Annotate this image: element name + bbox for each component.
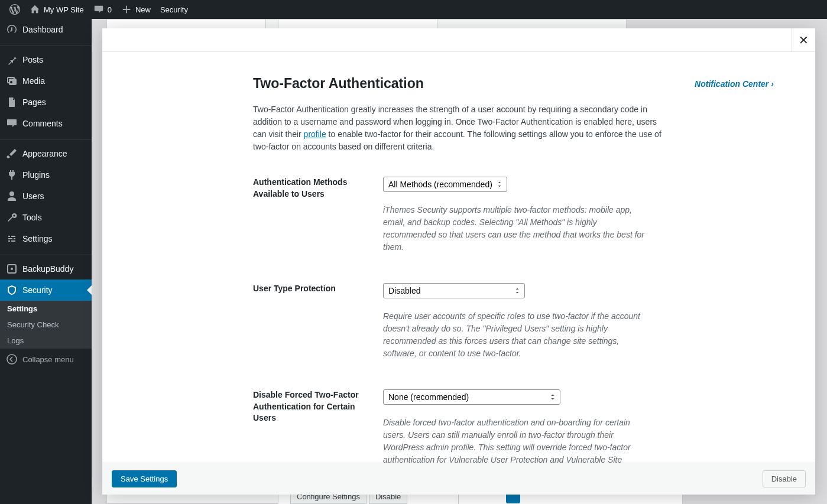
menu-label: Dashboard bbox=[22, 25, 63, 34]
modal-description: Two-Factor Authentication greatly increa… bbox=[253, 103, 667, 153]
submenu-logs[interactable]: Logs bbox=[0, 333, 92, 349]
collapse-label: Collapse menu bbox=[22, 355, 74, 364]
site-name: My WP Site bbox=[44, 5, 84, 14]
menu-dashboard[interactable]: Dashboard bbox=[0, 19, 92, 40]
wp-logo[interactable] bbox=[5, 0, 25, 19]
auth-methods-select[interactable]: All Methods (recommended) bbox=[383, 177, 507, 192]
form-table: Authentication Methods Available to User… bbox=[253, 177, 774, 463]
menu-plugins[interactable]: Plugins bbox=[0, 164, 92, 186]
close-button[interactable]: ✕ bbox=[792, 28, 815, 52]
menu-appearance[interactable]: Appearance bbox=[0, 143, 92, 164]
auth-methods-label: Authentication Methods Available to User… bbox=[253, 177, 383, 253]
pin-icon bbox=[6, 54, 18, 66]
modal-title-row: Two-Factor Authentication Notification C… bbox=[253, 76, 774, 92]
media-icon bbox=[6, 75, 18, 87]
menu-label: Plugins bbox=[22, 170, 50, 180]
collapse-menu[interactable]: Collapse menu bbox=[0, 349, 92, 370]
security-link[interactable]: Security bbox=[155, 0, 193, 19]
menu-backupbuddy[interactable]: BackupBuddy bbox=[0, 258, 92, 279]
save-settings-button[interactable]: Save Settings bbox=[112, 470, 177, 487]
menu-label: Users bbox=[22, 191, 44, 201]
comment-icon bbox=[93, 4, 104, 15]
menu-users[interactable]: Users bbox=[0, 186, 92, 207]
menu-settings[interactable]: Settings bbox=[0, 228, 92, 249]
notification-link-label: Notification Center bbox=[695, 79, 768, 89]
row-auth-methods: Authentication Methods Available to User… bbox=[253, 177, 774, 253]
row-disable-forced: Disable Forced Two-Factor Authentication… bbox=[253, 389, 774, 463]
tools-icon bbox=[6, 212, 18, 223]
modal-footer: Save Settings Disable bbox=[102, 463, 815, 495]
wordpress-icon bbox=[9, 4, 20, 15]
auth-methods-help: iThemes Security supports multiple two-f… bbox=[383, 204, 649, 253]
submenu-settings[interactable]: Settings bbox=[0, 301, 92, 317]
disable-forced-help: Disable forced two-factor authentication… bbox=[383, 417, 649, 463]
home-icon bbox=[30, 4, 40, 15]
admin-sidemenu: Dashboard Posts Media Pages Comments App… bbox=[0, 19, 92, 504]
svg-point-2 bbox=[7, 355, 17, 364]
user-type-label: User Type Protection bbox=[253, 283, 383, 360]
menu-label: Security bbox=[22, 285, 53, 295]
disable-forced-field: None (recommended) Disable forced two-fa… bbox=[383, 389, 649, 463]
menu-label: Comments bbox=[22, 119, 63, 128]
modal-title: Two-Factor Authentication bbox=[253, 76, 424, 92]
user-type-help: Require user accounts of specific roles … bbox=[383, 310, 649, 360]
menu-posts[interactable]: Posts bbox=[0, 49, 92, 70]
disable-forced-label: Disable Forced Two-Factor Authentication… bbox=[253, 389, 383, 463]
modal-header: ✕ bbox=[102, 28, 815, 52]
modal-body: Two-Factor Authentication Notification C… bbox=[102, 52, 815, 463]
dashboard-icon bbox=[6, 24, 18, 35]
menu-label: Tools bbox=[22, 213, 42, 222]
row-user-type: User Type Protection Disabled Require us… bbox=[253, 283, 774, 360]
site-home-link[interactable]: My WP Site bbox=[25, 0, 89, 19]
comments-link[interactable]: 0 bbox=[89, 0, 116, 19]
auth-methods-field: All Methods (recommended) iThemes Securi… bbox=[383, 177, 649, 253]
submenu-security: Settings Security Check Logs bbox=[0, 301, 92, 349]
plus-icon bbox=[121, 4, 132, 15]
plugin-icon bbox=[6, 169, 18, 181]
disable-forced-select[interactable]: None (recommended) bbox=[383, 389, 560, 405]
menu-security[interactable]: Security bbox=[0, 279, 92, 301]
comments-count: 0 bbox=[108, 5, 112, 14]
menu-label: BackupBuddy bbox=[22, 264, 73, 274]
settings-icon bbox=[6, 233, 18, 245]
profile-link[interactable]: profile bbox=[304, 129, 326, 139]
security-label: Security bbox=[160, 5, 188, 14]
menu-label: Appearance bbox=[22, 149, 67, 158]
brush-icon bbox=[6, 148, 18, 160]
svg-point-1 bbox=[11, 268, 13, 270]
menu-separator bbox=[0, 43, 92, 46]
submenu-security-check[interactable]: Security Check bbox=[0, 317, 92, 333]
menu-pages[interactable]: Pages bbox=[0, 92, 92, 113]
menu-separator bbox=[0, 137, 92, 140]
menu-tools[interactable]: Tools bbox=[0, 207, 92, 228]
user-type-field: Disabled Require user accounts of specif… bbox=[383, 283, 649, 360]
menu-media[interactable]: Media bbox=[0, 70, 92, 92]
menu-label: Posts bbox=[22, 55, 43, 64]
settings-modal: ✕ Two-Factor Authentication Notification… bbox=[102, 28, 815, 495]
menu-comments[interactable]: Comments bbox=[0, 113, 92, 134]
page-icon bbox=[6, 96, 18, 108]
admin-bar: My WP Site 0 New Security bbox=[0, 0, 827, 19]
close-icon: ✕ bbox=[799, 33, 809, 47]
new-label: New bbox=[135, 5, 151, 14]
menu-separator bbox=[0, 252, 92, 255]
comment-icon bbox=[6, 118, 18, 129]
menu-label: Pages bbox=[22, 97, 46, 107]
users-icon bbox=[6, 190, 18, 202]
user-type-select[interactable]: Disabled bbox=[383, 283, 525, 298]
shield-icon bbox=[6, 284, 18, 296]
collapse-icon bbox=[6, 353, 18, 365]
menu-label: Settings bbox=[22, 234, 53, 243]
menu-label: Media bbox=[22, 76, 45, 86]
chevron-right-icon: › bbox=[771, 79, 774, 89]
notification-center-link[interactable]: Notification Center › bbox=[695, 79, 774, 89]
disable-button[interactable]: Disable bbox=[763, 470, 806, 487]
new-content-link[interactable]: New bbox=[116, 0, 155, 19]
backup-icon bbox=[6, 263, 18, 275]
